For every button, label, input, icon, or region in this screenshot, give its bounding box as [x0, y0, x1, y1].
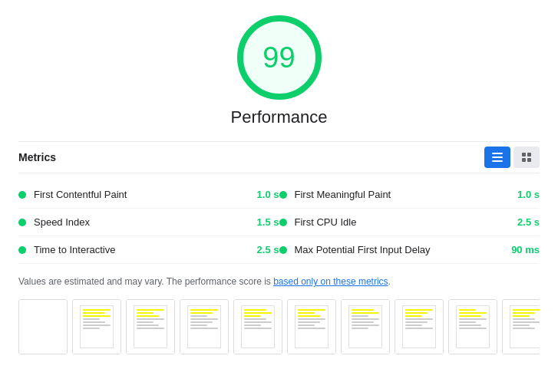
page-line: [405, 321, 428, 323]
page-line: [298, 309, 325, 311]
page-line: [190, 328, 218, 329]
page-line: [459, 321, 476, 323]
metric-name-fcp: First Contentful Paint: [34, 189, 243, 200]
page-line: [352, 309, 374, 311]
filmstrip-page-lines-5: [296, 306, 328, 334]
page-line: [459, 318, 487, 320]
metric-value-fmp: 1.0 s: [509, 189, 540, 200]
page-line: [352, 321, 374, 323]
page-line: [513, 318, 535, 320]
filmstrip-frame-7: [395, 299, 444, 354]
page-line: [244, 312, 272, 314]
filmstrip-frame-inner-8: [449, 300, 497, 354]
page-line: [352, 315, 368, 317]
disclaimer-text-before: Values are estimated and may vary. The p…: [18, 276, 273, 287]
page-line: [83, 324, 111, 326]
page-line: [244, 321, 272, 323]
page-line: [459, 324, 481, 326]
metric-value-fcp: 1.0 s: [249, 189, 279, 200]
page-line: [298, 328, 325, 329]
filmstrip-page-1: [80, 305, 114, 348]
toggle-grid-button[interactable]: [513, 147, 540, 168]
page-line: [137, 312, 154, 314]
metric-name-fci: First CPU Idle: [295, 216, 504, 228]
page-line: [352, 318, 379, 320]
filmstrip-page-lines-4: [242, 306, 274, 334]
metrics-header: Metrics: [18, 141, 540, 173]
filmstrip-frame-inner-6: [342, 300, 389, 354]
page-line: [298, 324, 315, 326]
metric-row-tti: Time to Interactive 2.5 s: [18, 236, 279, 264]
disclaimer-link[interactable]: based only on these metrics: [273, 276, 388, 287]
page-line: [137, 318, 164, 320]
page-line: [137, 315, 159, 317]
score-label: Performance: [231, 107, 328, 127]
page-line: [405, 324, 422, 326]
page-line: [137, 324, 159, 326]
page-line: [190, 315, 207, 317]
filmstrip-frame-4: [233, 299, 282, 354]
page-line: [190, 309, 218, 311]
page-line: [83, 312, 105, 314]
page-line: [190, 312, 213, 314]
metric-dot-fci: [279, 219, 287, 226]
metric-dot-fmp: [279, 191, 287, 199]
page-line: [405, 315, 422, 317]
page-line: [513, 328, 535, 329]
filmstrip-page-lines-9: [510, 306, 540, 334]
page-line: [459, 328, 487, 329]
filmstrip-frame-inner-4: [234, 300, 282, 354]
view-toggle: [484, 147, 540, 168]
page-line: [405, 318, 433, 320]
metric-name-si: Speed Index: [34, 216, 243, 228]
metric-value-tti: 2.5 s: [249, 244, 279, 255]
page-line: [137, 321, 154, 323]
filmstrip-page-2: [134, 305, 167, 348]
filmstrip-frame-inner-7: [395, 300, 443, 354]
filmstrip-page-4: [241, 305, 275, 348]
metric-name-fmp: First Meaningful Paint: [295, 189, 504, 200]
metric-name-fid: Max Potential First Input Delay: [295, 244, 504, 255]
metric-value-fci: 2.5 s: [509, 216, 540, 228]
page-line: [244, 318, 266, 320]
page-line: [244, 324, 261, 326]
filmstrip-frame-0: [18, 299, 68, 354]
page-line: [83, 318, 100, 320]
filmstrip-page-9: [510, 305, 540, 348]
filmstrip-page-3: [187, 305, 221, 348]
page-line: [298, 315, 320, 317]
page-line: [137, 328, 164, 329]
metrics-title: Metrics: [18, 151, 56, 163]
filmstrip-frame-inner-3: [180, 300, 228, 354]
page-line: [83, 309, 111, 311]
filmstrip-frame-5: [287, 299, 336, 354]
page-line: [513, 312, 535, 314]
page-line: [244, 309, 266, 311]
filmstrip-frame-1: [72, 299, 121, 354]
page-line: [513, 315, 530, 317]
filmstrip-page-7: [402, 305, 436, 348]
filmstrip-frame-8: [448, 299, 497, 354]
filmstrip-frame-inner-2: [127, 300, 174, 354]
filmstrip-page-lines-1: [81, 306, 113, 334]
page-line: [190, 318, 218, 320]
toggle-list-button[interactable]: [484, 147, 510, 168]
metric-value-fid: 90 ms: [509, 244, 540, 255]
page-line: [352, 312, 379, 314]
metric-name-tti: Time to Interactive: [34, 244, 243, 255]
score-circle: 99: [237, 15, 322, 100]
page-line: [352, 328, 368, 329]
filmstrip-frame-6: [341, 299, 390, 354]
page-line: [83, 321, 105, 323]
page-line: [513, 309, 540, 311]
page-line: [405, 328, 433, 329]
metric-dot-tti: [18, 246, 26, 254]
filmstrip-frame-inner-0: [19, 300, 67, 354]
page-line: [83, 315, 111, 317]
page-line: [83, 328, 100, 329]
list-icon: [492, 153, 503, 162]
metric-row-fcp: First Contentful Paint 1.0 s: [18, 181, 279, 209]
filmstrip-frame-inner-5: [288, 300, 335, 354]
page-line: [137, 309, 164, 311]
disclaimer-text-after: .: [388, 276, 391, 287]
